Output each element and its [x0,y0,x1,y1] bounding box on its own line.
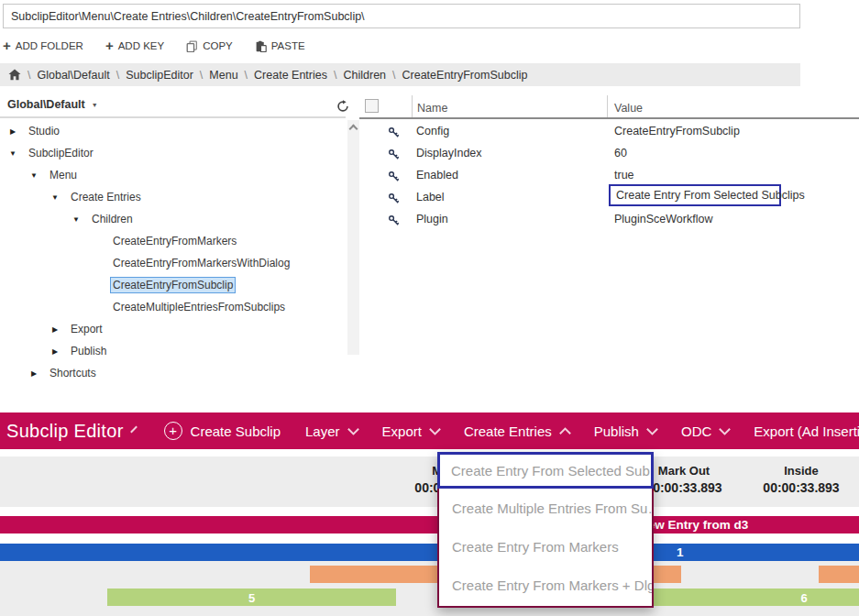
key-value[interactable]: PluginSceWorkflow [614,213,712,226]
key-icon [388,148,400,164]
breadcrumb-item[interactable]: Children [343,69,386,82]
paste-button[interactable]: PASTE [255,40,305,52]
key-name: Label [416,191,445,204]
chevron-down-icon [347,424,359,435]
breadcrumb-item[interactable]: SubclipEditor [126,69,193,82]
expanded-arrow-icon[interactable]: ▼ [6,149,19,158]
table-row-config[interactable]: ConfigCreateEntryFromSubclip [359,121,859,143]
tree-item-label: Export [68,321,105,337]
path-input[interactable] [3,4,800,28]
app-title[interactable]: Subclip Editor [6,421,124,442]
app-menu: +Create SubclipLayerExportCreate Entries… [164,422,859,440]
chevron-down-icon [130,425,138,433]
tree-item-createentryfrommarkerswithdialog[interactable]: CreateEntryFromMarkersWithDialog [0,252,346,274]
menu-item-label: Export [382,424,422,439]
menu-item-label: Create Entries [464,424,552,439]
tree-item-label: SubclipEditor [26,145,96,161]
timeline-bar-label: 1 [677,545,684,559]
tree-item-shortcuts[interactable]: ▶Shortcuts [0,362,346,384]
key-value[interactable]: true [614,169,634,182]
toolbar: + ADD FOLDER + ADD KEY COPY PASTE [3,37,305,55]
menu-item-create-entries[interactable]: Create Entries [464,424,569,439]
menu-item-label: Export (Ad Insertion) [754,424,859,439]
tree-item-label: Publish [68,343,109,359]
expanded-arrow-icon[interactable]: ▼ [49,193,61,202]
breadcrumb-separator: \ [28,69,30,82]
timeline-bar-label: 5 [107,590,396,604]
tree-root-label: Global\Default [7,98,85,111]
paste-label: PASTE [271,40,305,51]
chevron-up-icon [559,427,571,439]
dropdown-item[interactable]: Create Entry From Selected Sub… [437,452,654,489]
tree-item-children[interactable]: ▼Children [0,208,346,230]
tree-item-createentryfromsubclip[interactable]: CreateEntryFromSubclip [0,274,346,296]
expanded-arrow-icon[interactable]: ▼ [28,171,40,180]
collapsed-arrow-icon[interactable]: ▶ [28,369,40,378]
chevron-down-icon [719,424,731,435]
column-header-name[interactable]: Name [417,102,447,115]
tree-item-subclipeditor[interactable]: ▼SubclipEditor [0,142,346,164]
add-key-button[interactable]: + ADD KEY [105,40,164,52]
chevron-down-icon: ▼ [92,102,98,108]
menu-item-export[interactable]: Export [382,424,439,439]
key-value[interactable]: Create Entry From Selected Subclips [609,184,781,206]
tree-item-createmultipleentriesfromsubclips[interactable]: CreateMultipleEntriesFromSubclips [0,296,346,318]
menu-item-publish[interactable]: Publish [594,424,656,439]
tree-item-create-entries[interactable]: ▼Create Entries [0,186,346,208]
home-icon[interactable] [8,69,21,81]
copy-label: COPY [203,40,233,51]
tree-item-menu[interactable]: ▼Menu [0,164,346,186]
key-value[interactable]: CreateEntryFromSubclip [614,125,740,138]
copy-button[interactable]: COPY [186,40,233,52]
expanded-arrow-icon[interactable]: ▼ [70,215,83,224]
column-header-value[interactable]: Value [614,102,643,115]
timeline-bar-subclip-5[interactable]: 5 [107,588,396,606]
add-key-label: ADD KEY [118,40,165,51]
menu-item-odc[interactable]: ODC [681,424,729,439]
breadcrumb-separator: \ [334,69,336,82]
scroll-up-icon[interactable] [349,125,358,134]
tree-scrollbar[interactable] [347,120,359,355]
table-row-plugin[interactable]: PluginPluginSceWorkflow [359,209,859,231]
collapsed-arrow-icon[interactable]: ▶ [6,127,19,136]
breadcrumb-separator: \ [392,69,395,82]
breadcrumb-separator: \ [116,69,119,82]
menu-item-create-subclip[interactable]: +Create Subclip [164,422,281,440]
timecode-bar: Mark In 00:00:00.000 Mark Out 00:00:33.8… [0,456,859,507]
menu-item-layer[interactable]: Layer [305,424,358,439]
breadcrumb-item[interactable]: Global\Default [37,69,109,82]
dropdown-item[interactable]: Create Entry From Markers + Dlg [439,566,652,604]
collapsed-arrow-icon[interactable]: ▶ [49,347,61,356]
collapsed-arrow-icon[interactable]: ▶ [49,325,61,334]
tree-root-selector[interactable]: Global\Default ▼ [7,98,98,111]
tree-item-publish[interactable]: ▶Publish [0,340,346,362]
timeline-bar-clip-1[interactable] [0,544,859,561]
chevron-down-icon [429,424,441,435]
dropdown-item[interactable]: Create Multiple Entries From Su… [439,489,652,527]
tree-item-studio[interactable]: ▶Studio [0,120,346,142]
add-folder-button[interactable]: + ADD FOLDER [3,40,83,52]
key-icon [388,192,400,208]
dropdown-item[interactable]: Create Entry From Markers [439,527,652,566]
select-all-checkbox[interactable] [365,99,379,113]
tree-item-label: CreateMultipleEntriesFromSubclips [110,299,288,315]
refresh-button[interactable] [336,100,349,116]
table-row-displayindex[interactable]: DisplayIndex60 [359,143,859,165]
timeline-bar-label: New Entry from d3 [639,518,748,532]
breadcrumb-item[interactable]: Menu [209,69,237,82]
tree-item-label: Menu [47,167,80,183]
key-value[interactable]: 60 [614,147,627,160]
breadcrumb-item[interactable]: Create Entries [254,69,327,82]
breadcrumb-item[interactable]: CreateEntryFromSubclip [402,69,528,82]
table-row-label[interactable]: LabelCreate Entry From Selected Subclips [359,187,859,209]
add-folder-label: ADD FOLDER [16,40,83,51]
app-header: Subclip Editor +Create SubclipLayerExpor… [0,412,859,449]
menu-item-export-ad-insertion-[interactable]: Export (Ad Insertion) [754,424,859,439]
timeline-bar-marker-range[interactable] [819,566,859,583]
tree-item-createentryfrommarkers[interactable]: CreateEntryFromMarkers [0,230,346,252]
tree-item-label: Studio [26,123,62,139]
tree-item-export[interactable]: ▶Export [0,318,346,340]
screen: + ADD FOLDER + ADD KEY COPY PASTE \Globa… [0,0,859,616]
create-entries-dropdown: Create Entry From Selected Sub…Create Mu… [437,452,654,608]
inside-label: Inside [742,464,859,478]
